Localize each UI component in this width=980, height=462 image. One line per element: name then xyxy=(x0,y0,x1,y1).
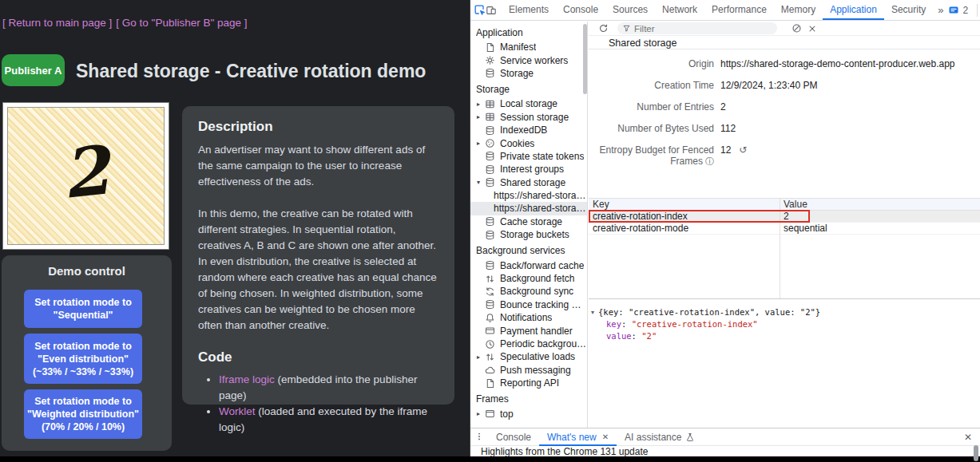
sidebar-item-session-storage[interactable]: ▸Session storage xyxy=(470,111,587,124)
sidebar-item-speculative-loads[interactable]: ▸Speculative loads xyxy=(470,350,587,363)
field-row-number-of-entries: Number of Entries2 xyxy=(589,101,980,113)
table-cell-key: creative-rotation-index xyxy=(589,211,780,222)
drawer-kebab-menu-icon[interactable] xyxy=(470,432,488,443)
table-row-creative-rotation-mode[interactable]: creative-rotation-modesequential xyxy=(589,223,980,235)
sidebar-item-reporting-api[interactable]: Reporting API xyxy=(470,377,587,389)
tab-elements[interactable]: Elements xyxy=(502,0,556,20)
updown-icon xyxy=(485,274,497,284)
drawer-tab-what-s-new[interactable]: What's new✕ xyxy=(539,428,617,446)
close-icon[interactable]: ✕ xyxy=(602,432,609,441)
tab-performance[interactable]: Performance xyxy=(704,0,774,20)
tab-memory[interactable]: Memory xyxy=(774,0,823,20)
top-nav-links: [ Return to main page ][ Go to "Publishe… xyxy=(2,17,252,29)
column-header-key[interactable]: Key xyxy=(589,199,780,210)
drawer-scrollbar[interactable] xyxy=(974,445,978,461)
field-value: 12/9/2024, 1:23:40 PM xyxy=(720,80,817,91)
sidebar-item-top[interactable]: ▸top xyxy=(470,407,587,420)
demo-button-3[interactable]: Set rotation mode to"Weighted distributi… xyxy=(24,389,142,439)
sidebar-item-service-workers[interactable]: Service workers xyxy=(470,53,587,66)
drawer-tab-console[interactable]: Console xyxy=(488,428,539,446)
field-value: 12↺ xyxy=(720,144,747,156)
description-paragraph: In this demo, the creative can be rotate… xyxy=(198,206,438,334)
code-link-list: Iframe logic (embedded into the publishe… xyxy=(198,372,438,436)
db-icon xyxy=(485,164,497,175)
sidebar-item-manifest[interactable]: Manifest xyxy=(470,41,587,53)
window-bottom-edge xyxy=(0,456,980,462)
publisher-page: [ Return to main page ][ Go to "Publishe… xyxy=(0,0,470,462)
db-icon xyxy=(485,260,497,270)
publisher-badge: Publisher A xyxy=(2,54,65,86)
sidebar-item-indexeddb[interactable]: IndexedDB xyxy=(470,124,587,136)
db-icon xyxy=(485,230,497,240)
demo-button-2[interactable]: Set rotation mode to"Even distribution"(… xyxy=(24,334,142,384)
device-toolbar-icon[interactable] xyxy=(486,2,497,18)
file-icon xyxy=(485,42,497,53)
nav-link-go-to-publisher-b-page[interactable]: [ Go to "Publisher B" page ] xyxy=(116,17,247,29)
preview-property: key: "creative-rotation-index" xyxy=(589,318,980,330)
field-label: Entropy Budget for Fenced Frames ⓘ xyxy=(589,144,714,168)
updown-icon xyxy=(485,352,497,362)
info-icon[interactable]: ⓘ xyxy=(703,156,714,166)
sidebar-item-payment-handler[interactable]: Payment handler xyxy=(470,324,587,337)
funnel-icon xyxy=(622,24,631,33)
devtools-tabbar: ElementsConsoleSourcesNetworkPerformance… xyxy=(470,0,980,21)
description-heading: Description xyxy=(198,119,438,135)
description-panel: Description An advertiser may want to sh… xyxy=(182,106,454,405)
filter-field[interactable] xyxy=(617,22,777,34)
field-value: 112 xyxy=(720,123,736,134)
field-label: Origin xyxy=(589,58,714,69)
clear-icon[interactable] xyxy=(788,22,804,35)
sidebar-item-local-storage[interactable]: ▸Local storage xyxy=(470,97,587,110)
demo-button-1[interactable]: Set rotation mode to"Sequential" xyxy=(24,290,142,328)
toolbar-separator xyxy=(977,4,978,17)
field-label: Number of Bytes Used xyxy=(589,123,714,134)
column-header-value[interactable]: Value xyxy=(780,199,807,210)
field-value: 2 xyxy=(720,101,726,113)
sidebar-item-background-fetch[interactable]: Background fetch xyxy=(470,272,587,285)
sidebar-item-cookies[interactable]: ▸Cookies xyxy=(470,136,587,149)
expand-arrow-icon[interactable]: ▾ xyxy=(591,306,594,318)
sidebar-item-notifications[interactable]: Notifications xyxy=(470,311,587,324)
right-arrow-icon: ▸ xyxy=(477,140,485,147)
column-divider[interactable] xyxy=(780,199,780,298)
card-icon xyxy=(485,326,497,336)
sidebar-item-interest-groups[interactable]: Interest groups xyxy=(470,163,587,176)
table-row-creative-rotation-index[interactable]: creative-rotation-index2 xyxy=(589,211,980,223)
shared-storage-panel: Shared storage Originhttps://shared-stor… xyxy=(589,22,980,428)
filter-input[interactable] xyxy=(634,24,762,34)
code-link-worklet[interactable]: Worklet xyxy=(219,405,256,417)
code-link-iframe-logic[interactable]: Iframe logic xyxy=(219,373,275,385)
nav-link-return-to-main-page[interactable]: [ Return to main page ] xyxy=(2,17,112,29)
sidebar-scrollbar[interactable] xyxy=(583,24,587,94)
sidebar-item-cache-storage[interactable]: Cache storage xyxy=(470,215,587,228)
sidebar-item-storage[interactable]: Storage xyxy=(470,67,587,80)
tab-sources[interactable]: Sources xyxy=(605,0,655,20)
drawer-close-icon[interactable]: ✕ xyxy=(964,432,972,443)
sidebar-item-background-sync[interactable]: Background sync xyxy=(470,285,587,298)
refresh-icon[interactable] xyxy=(595,22,611,35)
delete-selected-icon[interactable] xyxy=(804,22,820,35)
reset-budget-icon[interactable]: ↺ xyxy=(739,144,747,156)
sidebar-item-push-messaging[interactable]: Push messaging xyxy=(470,364,587,377)
sidebar-item-periodic-backgroun[interactable]: Periodic backgroun… xyxy=(470,338,587,350)
tab-console[interactable]: Console xyxy=(556,0,605,20)
drawer-tab-ai-assistance[interactable]: AI assistance xyxy=(617,428,703,446)
issues-button[interactable]: 2 xyxy=(948,5,968,16)
tab-security[interactable]: Security xyxy=(884,0,933,20)
tab-network[interactable]: Network xyxy=(655,0,704,20)
right-arrow-icon: ▸ xyxy=(477,353,485,361)
table-cell-value: 2 xyxy=(780,211,789,222)
sidebar-item-bounce-tracking-miti[interactable]: Bounce tracking miti… xyxy=(470,298,587,311)
sidebar-item-https-shared-storage[interactable]: https://shared-storage… xyxy=(470,202,587,215)
tab-application[interactable]: Application xyxy=(823,0,884,20)
sidebar-item-https-shared-storage[interactable]: https://shared-storage… xyxy=(470,189,587,202)
sidebar-item-shared-storage[interactable]: ▾Shared storage xyxy=(470,176,587,189)
devtools-drawer: ConsoleWhat's new✕AI assistance ✕ Highli… xyxy=(470,428,980,456)
sidebar-item-storage-buckets[interactable]: Storage buckets xyxy=(470,228,587,241)
preview-property: value: "2" xyxy=(589,330,980,342)
sidebar-item-private-state-tokens[interactable]: Private state tokens xyxy=(470,150,587,163)
sidebar-item-back-forward-cache[interactable]: Back/forward cache xyxy=(470,259,587,271)
more-tabs-icon[interactable]: » xyxy=(933,4,948,16)
table-cell-key: creative-rotation-mode xyxy=(589,223,780,234)
inspect-icon[interactable] xyxy=(474,2,486,18)
